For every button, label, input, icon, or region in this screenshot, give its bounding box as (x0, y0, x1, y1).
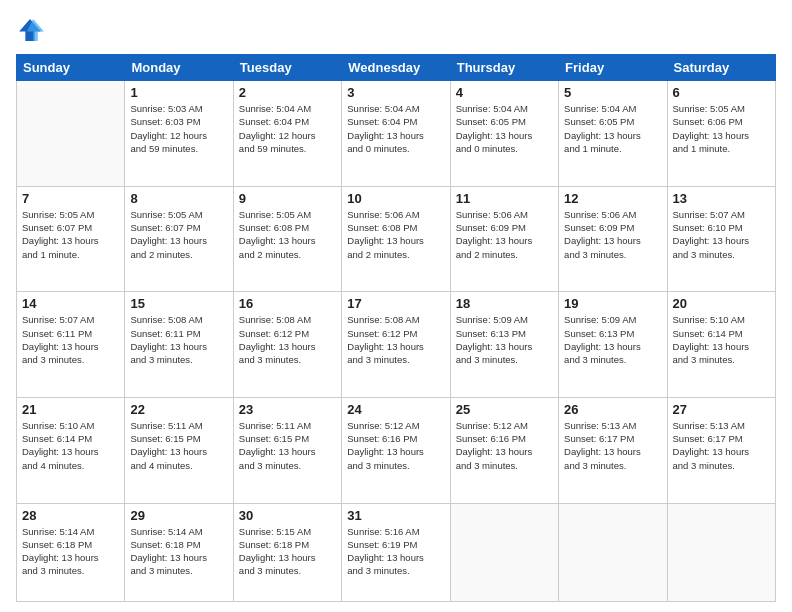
header (16, 16, 776, 44)
day-number: 12 (564, 191, 661, 206)
day-cell: 2Sunrise: 5:04 AM Sunset: 6:04 PM Daylig… (233, 81, 341, 187)
day-cell: 14Sunrise: 5:07 AM Sunset: 6:11 PM Dayli… (17, 292, 125, 398)
day-cell: 30Sunrise: 5:15 AM Sunset: 6:18 PM Dayli… (233, 503, 341, 602)
day-info: Sunrise: 5:07 AM Sunset: 6:11 PM Dayligh… (22, 313, 119, 366)
day-info: Sunrise: 5:13 AM Sunset: 6:17 PM Dayligh… (564, 419, 661, 472)
day-cell: 15Sunrise: 5:08 AM Sunset: 6:11 PM Dayli… (125, 292, 233, 398)
day-number: 30 (239, 508, 336, 523)
day-cell: 26Sunrise: 5:13 AM Sunset: 6:17 PM Dayli… (559, 397, 667, 503)
day-cell (559, 503, 667, 602)
day-info: Sunrise: 5:04 AM Sunset: 6:05 PM Dayligh… (564, 102, 661, 155)
weekday-header-row: SundayMondayTuesdayWednesdayThursdayFrid… (17, 55, 776, 81)
day-info: Sunrise: 5:06 AM Sunset: 6:09 PM Dayligh… (456, 208, 553, 261)
day-info: Sunrise: 5:15 AM Sunset: 6:18 PM Dayligh… (239, 525, 336, 578)
day-info: Sunrise: 5:08 AM Sunset: 6:11 PM Dayligh… (130, 313, 227, 366)
day-cell: 21Sunrise: 5:10 AM Sunset: 6:14 PM Dayli… (17, 397, 125, 503)
day-cell: 6Sunrise: 5:05 AM Sunset: 6:06 PM Daylig… (667, 81, 775, 187)
day-info: Sunrise: 5:10 AM Sunset: 6:14 PM Dayligh… (673, 313, 770, 366)
day-cell: 23Sunrise: 5:11 AM Sunset: 6:15 PM Dayli… (233, 397, 341, 503)
day-number: 21 (22, 402, 119, 417)
day-info: Sunrise: 5:04 AM Sunset: 6:05 PM Dayligh… (456, 102, 553, 155)
week-row-3: 14Sunrise: 5:07 AM Sunset: 6:11 PM Dayli… (17, 292, 776, 398)
day-number: 13 (673, 191, 770, 206)
day-number: 19 (564, 296, 661, 311)
day-info: Sunrise: 5:05 AM Sunset: 6:08 PM Dayligh… (239, 208, 336, 261)
day-cell: 24Sunrise: 5:12 AM Sunset: 6:16 PM Dayli… (342, 397, 450, 503)
day-cell: 11Sunrise: 5:06 AM Sunset: 6:09 PM Dayli… (450, 186, 558, 292)
day-cell (17, 81, 125, 187)
day-number: 4 (456, 85, 553, 100)
day-cell: 4Sunrise: 5:04 AM Sunset: 6:05 PM Daylig… (450, 81, 558, 187)
day-number: 26 (564, 402, 661, 417)
day-cell (667, 503, 775, 602)
day-info: Sunrise: 5:05 AM Sunset: 6:07 PM Dayligh… (130, 208, 227, 261)
day-info: Sunrise: 5:07 AM Sunset: 6:10 PM Dayligh… (673, 208, 770, 261)
day-number: 8 (130, 191, 227, 206)
week-row-2: 7Sunrise: 5:05 AM Sunset: 6:07 PM Daylig… (17, 186, 776, 292)
day-number: 24 (347, 402, 444, 417)
day-info: Sunrise: 5:09 AM Sunset: 6:13 PM Dayligh… (564, 313, 661, 366)
day-cell: 29Sunrise: 5:14 AM Sunset: 6:18 PM Dayli… (125, 503, 233, 602)
day-info: Sunrise: 5:05 AM Sunset: 6:06 PM Dayligh… (673, 102, 770, 155)
day-number: 18 (456, 296, 553, 311)
day-cell: 17Sunrise: 5:08 AM Sunset: 6:12 PM Dayli… (342, 292, 450, 398)
day-number: 14 (22, 296, 119, 311)
day-number: 28 (22, 508, 119, 523)
day-number: 27 (673, 402, 770, 417)
day-cell: 8Sunrise: 5:05 AM Sunset: 6:07 PM Daylig… (125, 186, 233, 292)
day-cell: 31Sunrise: 5:16 AM Sunset: 6:19 PM Dayli… (342, 503, 450, 602)
calendar-table: SundayMondayTuesdayWednesdayThursdayFrid… (16, 54, 776, 602)
day-cell: 10Sunrise: 5:06 AM Sunset: 6:08 PM Dayli… (342, 186, 450, 292)
day-info: Sunrise: 5:11 AM Sunset: 6:15 PM Dayligh… (239, 419, 336, 472)
day-cell: 19Sunrise: 5:09 AM Sunset: 6:13 PM Dayli… (559, 292, 667, 398)
day-number: 11 (456, 191, 553, 206)
day-info: Sunrise: 5:08 AM Sunset: 6:12 PM Dayligh… (239, 313, 336, 366)
day-info: Sunrise: 5:03 AM Sunset: 6:03 PM Dayligh… (130, 102, 227, 155)
day-number: 10 (347, 191, 444, 206)
day-info: Sunrise: 5:13 AM Sunset: 6:17 PM Dayligh… (673, 419, 770, 472)
day-number: 9 (239, 191, 336, 206)
day-number: 6 (673, 85, 770, 100)
day-info: Sunrise: 5:04 AM Sunset: 6:04 PM Dayligh… (347, 102, 444, 155)
day-info: Sunrise: 5:12 AM Sunset: 6:16 PM Dayligh… (456, 419, 553, 472)
weekday-header-wednesday: Wednesday (342, 55, 450, 81)
day-number: 16 (239, 296, 336, 311)
weekday-header-tuesday: Tuesday (233, 55, 341, 81)
day-cell: 12Sunrise: 5:06 AM Sunset: 6:09 PM Dayli… (559, 186, 667, 292)
page-container: SundayMondayTuesdayWednesdayThursdayFrid… (0, 0, 792, 612)
day-cell: 7Sunrise: 5:05 AM Sunset: 6:07 PM Daylig… (17, 186, 125, 292)
day-info: Sunrise: 5:11 AM Sunset: 6:15 PM Dayligh… (130, 419, 227, 472)
day-info: Sunrise: 5:16 AM Sunset: 6:19 PM Dayligh… (347, 525, 444, 578)
day-info: Sunrise: 5:14 AM Sunset: 6:18 PM Dayligh… (130, 525, 227, 578)
day-number: 5 (564, 85, 661, 100)
weekday-header-friday: Friday (559, 55, 667, 81)
day-number: 1 (130, 85, 227, 100)
week-row-1: 1Sunrise: 5:03 AM Sunset: 6:03 PM Daylig… (17, 81, 776, 187)
day-info: Sunrise: 5:06 AM Sunset: 6:08 PM Dayligh… (347, 208, 444, 261)
day-cell: 16Sunrise: 5:08 AM Sunset: 6:12 PM Dayli… (233, 292, 341, 398)
day-info: Sunrise: 5:08 AM Sunset: 6:12 PM Dayligh… (347, 313, 444, 366)
day-cell: 9Sunrise: 5:05 AM Sunset: 6:08 PM Daylig… (233, 186, 341, 292)
week-row-4: 21Sunrise: 5:10 AM Sunset: 6:14 PM Dayli… (17, 397, 776, 503)
day-cell: 5Sunrise: 5:04 AM Sunset: 6:05 PM Daylig… (559, 81, 667, 187)
day-number: 17 (347, 296, 444, 311)
day-info: Sunrise: 5:12 AM Sunset: 6:16 PM Dayligh… (347, 419, 444, 472)
day-info: Sunrise: 5:06 AM Sunset: 6:09 PM Dayligh… (564, 208, 661, 261)
day-info: Sunrise: 5:04 AM Sunset: 6:04 PM Dayligh… (239, 102, 336, 155)
day-number: 2 (239, 85, 336, 100)
day-number: 3 (347, 85, 444, 100)
day-cell: 22Sunrise: 5:11 AM Sunset: 6:15 PM Dayli… (125, 397, 233, 503)
day-cell: 18Sunrise: 5:09 AM Sunset: 6:13 PM Dayli… (450, 292, 558, 398)
day-cell: 28Sunrise: 5:14 AM Sunset: 6:18 PM Dayli… (17, 503, 125, 602)
day-number: 7 (22, 191, 119, 206)
weekday-header-thursday: Thursday (450, 55, 558, 81)
day-cell: 25Sunrise: 5:12 AM Sunset: 6:16 PM Dayli… (450, 397, 558, 503)
weekday-header-sunday: Sunday (17, 55, 125, 81)
day-number: 29 (130, 508, 227, 523)
day-info: Sunrise: 5:14 AM Sunset: 6:18 PM Dayligh… (22, 525, 119, 578)
day-cell: 27Sunrise: 5:13 AM Sunset: 6:17 PM Dayli… (667, 397, 775, 503)
weekday-header-saturday: Saturday (667, 55, 775, 81)
day-number: 15 (130, 296, 227, 311)
day-number: 23 (239, 402, 336, 417)
day-cell: 20Sunrise: 5:10 AM Sunset: 6:14 PM Dayli… (667, 292, 775, 398)
